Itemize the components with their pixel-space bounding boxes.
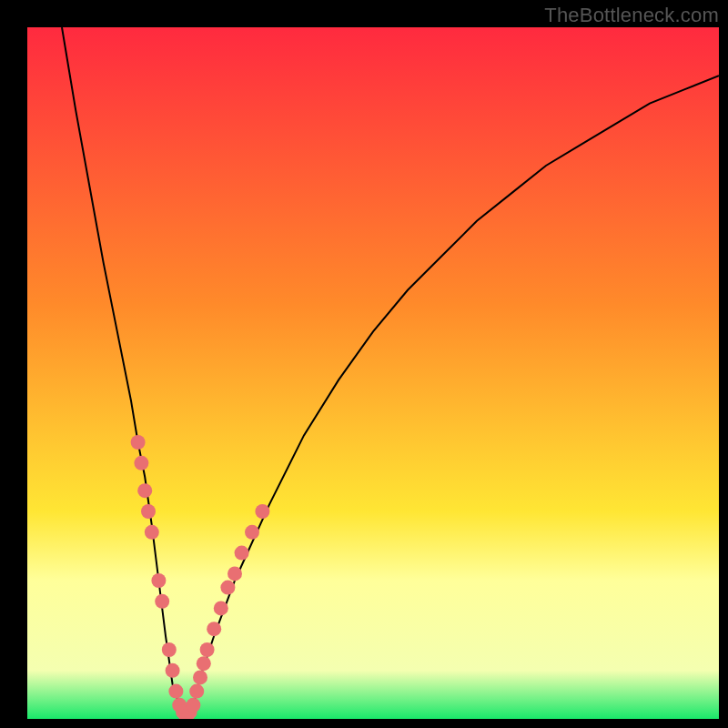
curve-marker (166, 663, 180, 678)
curve-marker (186, 698, 200, 713)
curve-marker (220, 581, 235, 595)
curve-marker (151, 573, 166, 588)
gradient-background (27, 27, 719, 719)
curve-marker (141, 504, 156, 519)
curve-marker (245, 525, 259, 540)
curve-marker (168, 684, 183, 699)
curve-marker (214, 601, 228, 615)
curve-marker (200, 642, 215, 657)
curve-marker (235, 546, 249, 561)
watermark-text: TheBottleneck.com (544, 4, 719, 27)
curve-marker (162, 642, 177, 657)
curve-marker (197, 656, 211, 671)
curve-marker (145, 525, 159, 540)
curve-marker (189, 684, 204, 699)
curve-marker (207, 622, 221, 636)
curve-marker (137, 483, 152, 498)
curve-marker (255, 504, 269, 519)
outer-frame: TheBottleneck.com (0, 0, 728, 728)
chart-svg (27, 27, 719, 719)
curve-marker (228, 566, 242, 581)
curve-marker (155, 594, 169, 609)
plot-area (27, 27, 719, 719)
curve-marker (134, 456, 148, 470)
curve-marker (193, 670, 207, 684)
curve-marker (131, 435, 146, 450)
